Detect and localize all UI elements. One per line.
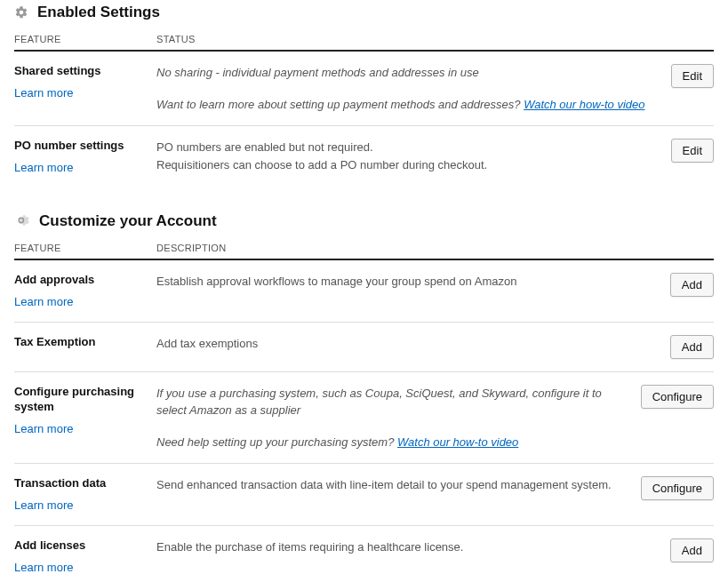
action-cell: Configure: [641, 385, 714, 409]
prompt-text: Need help setting up your purchasing sys…: [156, 435, 397, 449]
description-text: Establish approval workflows to manage y…: [156, 273, 660, 291]
description-text: If you use a purchasing system, such as …: [156, 385, 630, 419]
enabled-settings-section: Enabled Settings FEATURE STATUS Shared s…: [14, 0, 714, 187]
learn-more-link[interactable]: Learn more: [14, 86, 73, 100]
video-prompt: Want to learn more about setting up paym…: [156, 96, 660, 114]
feature-cell: Tax Exemption: [14, 335, 156, 355]
table-header: FEATURE STATUS: [14, 28, 714, 52]
how-to-video-link[interactable]: Watch our how-to video: [524, 98, 644, 111]
feature-cell: Configure purchasing system Learn more: [14, 385, 156, 436]
feature-cell: Add approvals Learn more: [14, 273, 156, 309]
description-text: Add tax exemptions: [156, 335, 660, 353]
section-title: Enabled Settings: [37, 4, 160, 21]
action-cell: Configure: [641, 476, 714, 500]
action-cell: Edit: [671, 64, 714, 88]
learn-more-link[interactable]: Learn more: [14, 498, 73, 512]
feature-name: Shared settings: [14, 64, 149, 79]
action-cell: Add: [670, 273, 714, 297]
description-text: Send enhanced transaction data with line…: [156, 476, 630, 494]
status-line2: Requisitioners can choose to add a PO nu…: [156, 156, 660, 174]
feature-cell: Shared settings Learn more: [14, 64, 156, 100]
add-button[interactable]: Add: [670, 538, 714, 562]
col-feature-header: FEATURE: [14, 34, 156, 44]
status-cell: PO numbers are enabled but not required.…: [156, 139, 671, 173]
description-cell: Add tax exemptions: [156, 335, 670, 353]
learn-more-link[interactable]: Learn more: [14, 161, 73, 174]
learn-more-link[interactable]: Learn more: [14, 561, 73, 574]
tax-exemption-row: Tax Exemption Add tax exemptions Add: [14, 323, 714, 372]
configure-button[interactable]: Configure: [641, 385, 714, 409]
description-cell: Send enhanced transaction data with line…: [156, 476, 641, 494]
video-prompt: Need help setting up your purchasing sys…: [156, 434, 630, 451]
add-button[interactable]: Add: [670, 335, 714, 359]
section-header: Enabled Settings: [14, 0, 714, 21]
status-text: No sharing - individual payment methods …: [156, 64, 660, 82]
description-text: Enable the purchase of items requiring a…: [156, 538, 660, 556]
how-to-video-link[interactable]: Watch our how-to video: [397, 435, 518, 449]
customize-account-section: Customize your Account FEATURE DESCRIPTI…: [14, 209, 714, 582]
action-cell: Edit: [671, 139, 714, 163]
col-feature-header: FEATURE: [14, 243, 156, 253]
shared-settings-row: Shared settings Learn more No sharing - …: [14, 52, 714, 126]
feature-cell: Transaction data Learn more: [14, 476, 156, 513]
add-approvals-row: Add approvals Learn more Establish appro…: [14, 260, 714, 323]
description-cell: If you use a purchasing system, such as …: [156, 385, 641, 451]
status-cell: No sharing - individual payment methods …: [156, 64, 671, 113]
action-cell: Add: [670, 335, 714, 359]
feature-name: Tax Exemption: [14, 335, 149, 350]
po-number-row: PO number settings Learn more PO numbers…: [14, 126, 714, 187]
configure-button[interactable]: Configure: [641, 476, 714, 500]
learn-more-link[interactable]: Learn more: [14, 422, 73, 435]
feature-cell: Add licenses Learn more: [14, 538, 156, 575]
status-line1: PO numbers are enabled but not required.: [156, 139, 660, 156]
section-title: Customize your Account: [39, 212, 217, 230]
edit-button[interactable]: Edit: [671, 64, 714, 88]
description-cell: Establish approval workflows to manage y…: [156, 273, 670, 291]
feature-name: PO number settings: [14, 139, 149, 154]
description-cell: Enable the purchase of items requiring a…: [156, 538, 670, 556]
add-licenses-row: Add licenses Learn more Enable the purch…: [14, 526, 714, 582]
add-button[interactable]: Add: [670, 273, 714, 297]
gear-icon: [14, 5, 28, 20]
action-cell: Add: [670, 538, 714, 562]
edit-button[interactable]: Edit: [671, 139, 714, 163]
feature-cell: PO number settings Learn more: [14, 139, 156, 175]
col-description-header: DESCRIPTION: [156, 243, 714, 253]
feature-name: Transaction data: [14, 476, 149, 491]
purchasing-system-row: Configure purchasing system Learn more I…: [14, 372, 714, 465]
feature-name: Add approvals: [14, 273, 149, 288]
prompt-text: Want to learn more about setting up paym…: [156, 98, 524, 111]
learn-more-link[interactable]: Learn more: [14, 295, 73, 308]
section-header: Customize your Account: [14, 209, 714, 230]
feature-name: Configure purchasing system: [14, 385, 149, 415]
feature-name: Add licenses: [14, 538, 149, 554]
transaction-data-row: Transaction data Learn more Send enhance…: [14, 464, 714, 526]
table-header: FEATURE DESCRIPTION: [14, 237, 714, 260]
col-status-header: STATUS: [156, 34, 714, 44]
gears-icon: [14, 213, 30, 229]
